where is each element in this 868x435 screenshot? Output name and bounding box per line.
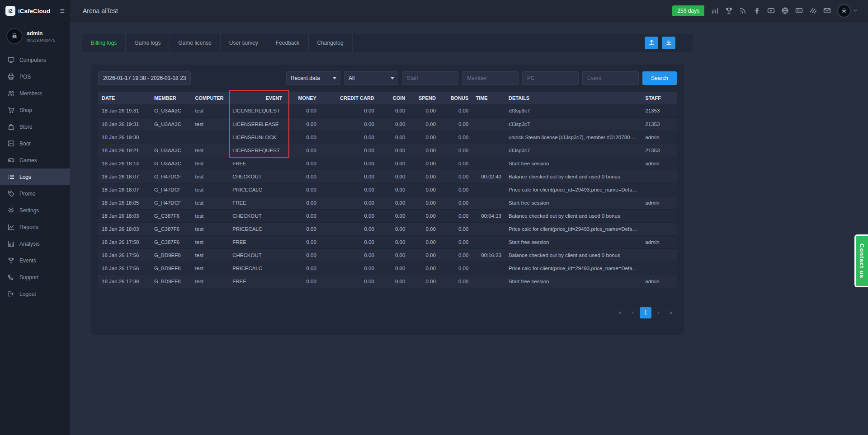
download-button[interactable] (662, 37, 675, 49)
sidebar-item-reports[interactable]: Reports (0, 219, 70, 235)
cell-bonus: 0.00 (439, 275, 472, 288)
table-row[interactable]: 18 Jan 26 19:30 LICENSEUNLOCK 0.00 0.00 … (98, 131, 677, 144)
table-row[interactable]: 18 Jan 26 19:31 G_U3AA3C test LICENSEREL… (98, 117, 677, 131)
filter-bar: Recent data All Search (98, 71, 677, 85)
sidebar-item-events[interactable]: Events (0, 252, 70, 269)
event-type-select[interactable]: All (344, 71, 398, 85)
table-row[interactable]: 18 Jan 26 17:58 G_C387F6 test FREE 0.00 … (98, 235, 677, 248)
date-range-input[interactable] (98, 71, 191, 85)
layers-icon[interactable] (809, 7, 817, 15)
pagination-page-1[interactable]: 1 (640, 307, 651, 318)
sidebar-header: i2 iCafeCloud ≡ (0, 0, 70, 22)
cell-date: 18 Jan 26 19:30 (98, 131, 151, 144)
table-row[interactable]: 18 Jan 26 18:03 G_C387F6 test CHECKOUT 0… (98, 209, 677, 222)
user-name: admin (27, 30, 55, 37)
facebook-icon[interactable] (753, 7, 761, 15)
staff-input[interactable] (402, 71, 458, 85)
recent-data-select[interactable]: Recent data (286, 71, 340, 85)
menu-icon[interactable]: ≡ (60, 7, 65, 15)
contact-us-tab[interactable]: Contact us (854, 234, 868, 287)
table-row[interactable]: 18 Jan 26 17:39 G_BD9EF8 test FREE 0.00 … (98, 275, 677, 288)
tab-game-logs[interactable]: Game logs (126, 34, 170, 52)
sidebar-item-logout[interactable]: Logout (0, 285, 70, 302)
sidebar-item-analysis[interactable]: Analysis (0, 235, 70, 252)
cell-bonus: 0.00 (439, 183, 472, 196)
sidebar-item-games[interactable]: Games (0, 152, 70, 168)
sidebar-item-shop[interactable]: Shop (0, 102, 70, 118)
tab-feedback[interactable]: Feedback (267, 34, 309, 52)
cell-bonus: 0.00 (439, 157, 472, 170)
column-header: MONEY (286, 92, 320, 104)
cell-date: 18 Jan 26 18:07 (98, 183, 151, 196)
tab-user-survey[interactable]: User survey (221, 34, 267, 52)
trophy-icon[interactable] (725, 7, 733, 15)
sidebar-item-store[interactable]: Store (0, 118, 70, 135)
days-badge[interactable]: 259 days (672, 5, 704, 16)
card-icon[interactable] (795, 7, 803, 15)
cell-event: PRICECALC (229, 222, 286, 235)
sidebar-item-support[interactable]: Support (0, 269, 70, 285)
members-icon (7, 90, 14, 97)
table-row[interactable]: 18 Jan 26 18:03 G_C387F6 test PRICECALC … (98, 222, 677, 235)
table-row[interactable]: 18 Jan 26 18:07 G_H47DCF test CHECKOUT 0… (98, 170, 677, 183)
table-row[interactable]: 18 Jan 26 18:05 G_H47DCF test FREE 0.00 … (98, 196, 677, 209)
cell-credit-card: 0.00 (320, 183, 378, 196)
cell-member: G_H47DCF (151, 170, 192, 183)
member-input[interactable] (462, 71, 519, 85)
cell-money: 0.00 (286, 275, 320, 288)
pagination-prev[interactable]: ‹ (627, 307, 639, 318)
column-header: BONUS (439, 92, 472, 104)
cell-bonus: 0.00 (439, 209, 472, 222)
table-row[interactable]: 18 Jan 26 18:07 G_H47DCF test PRICECALC … (98, 183, 677, 196)
youtube-icon[interactable] (767, 7, 775, 15)
recent-data-select-wrap: Recent data (286, 71, 340, 85)
sidebar-item-logs[interactable]: Logs (0, 168, 70, 185)
account-menu[interactable]: ☠ (837, 4, 858, 18)
cell-money: 0.00 (286, 248, 320, 262)
table-header-row: DATEMEMBERCOMPUTEREVENTMONEYCREDIT CARDC… (98, 92, 677, 104)
cell-credit-card: 0.00 (320, 144, 378, 157)
pagination-last[interactable]: » (665, 307, 677, 318)
event-input[interactable] (582, 71, 639, 85)
cell-member: G_U3AA3C (151, 157, 192, 170)
cell-staff: admin (642, 235, 677, 248)
cell-credit-card: 0.00 (320, 131, 378, 144)
rss-icon[interactable] (739, 7, 747, 15)
sidebar-item-settings[interactable]: Settings (0, 202, 70, 219)
cell-bonus: 0.00 (439, 235, 472, 248)
sidebar-item-promo[interactable]: Promo (0, 185, 70, 202)
tab-changelog[interactable]: Changelog (309, 34, 353, 52)
cell-credit-card: 0.00 (320, 196, 378, 209)
cell-computer: test (192, 275, 229, 288)
cell-staff: admin (642, 196, 677, 209)
topbar-right: 259 days ☠ (672, 4, 858, 18)
pos-icon (7, 73, 14, 80)
globe-icon[interactable] (781, 7, 789, 15)
cell-money: 0.00 (286, 131, 320, 144)
mail-icon[interactable] (823, 7, 831, 15)
column-header: COIN (378, 92, 409, 104)
cell-staff (642, 222, 677, 235)
table-row[interactable]: 18 Jan 26 19:31 G_U3AA3C test LICENSEREQ… (98, 104, 677, 117)
pc-input[interactable] (522, 71, 579, 85)
tab-game-license[interactable]: Game license (170, 34, 220, 52)
cell-details: r33sp3c7 (505, 144, 642, 157)
table-row[interactable]: 18 Jan 26 18:14 G_U3AA3C test FREE 0.00 … (98, 157, 677, 170)
table-row[interactable]: 18 Jan 26 17:56 G_BD9EF8 test CHECKOUT 0… (98, 248, 677, 262)
sidebar-item-members[interactable]: Members (0, 85, 70, 102)
sidebar-item-pos[interactable]: POS (0, 68, 70, 85)
search-button[interactable]: Search (642, 71, 677, 85)
sidebar-item-boot[interactable]: Boot (0, 135, 70, 152)
stats-icon[interactable] (711, 7, 719, 15)
cell-credit-card: 0.00 (320, 222, 378, 235)
cell-computer: test (192, 157, 229, 170)
cell-computer: test (192, 262, 229, 275)
table-row[interactable]: 18 Jan 26 19:21 G_U3AA3C test LICENSEREQ… (98, 144, 677, 157)
pagination-first[interactable]: « (614, 307, 626, 318)
tab-billing-logs[interactable]: Billing logs (82, 34, 126, 52)
upload-button[interactable] (645, 37, 658, 49)
pagination-next[interactable]: › (652, 307, 664, 318)
sidebar-item-computers[interactable]: Computers (0, 51, 70, 68)
table-row[interactable]: 18 Jan 26 17:56 G_BD9EF8 test PRICECALC … (98, 262, 677, 275)
reports-icon (7, 224, 14, 231)
